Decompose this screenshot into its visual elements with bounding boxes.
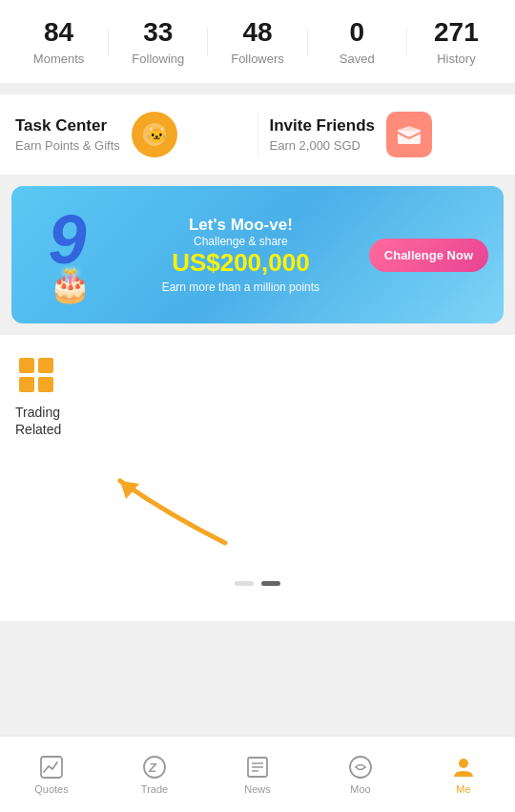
- banner-center: Let's Moo-ve! Challenge & share US$200,0…: [124, 216, 358, 294]
- svg-rect-3: [19, 358, 34, 373]
- nav-moo[interactable]: Moo: [309, 755, 412, 795]
- carousel-dots: [15, 581, 500, 586]
- stat-moments[interactable]: 84 Moments: [10, 17, 108, 66]
- nav-me[interactable]: Me: [412, 755, 515, 795]
- news-icon: [245, 755, 270, 780]
- invite-friends-icon: [386, 112, 432, 157]
- history-count: 271: [434, 17, 479, 48]
- saved-label: Saved: [340, 52, 375, 66]
- svg-rect-6: [38, 377, 53, 392]
- banner-earn-text: Earn more than a million points: [124, 281, 358, 294]
- followers-label: Followers: [231, 52, 284, 66]
- stat-followers[interactable]: 48 Followers: [208, 17, 306, 66]
- banner-left: 9 🎂: [27, 205, 113, 304]
- banner-amount: US$200,000: [124, 248, 358, 278]
- task-center-subtitle: Earn Points & Gifts: [15, 138, 120, 153]
- history-label: History: [437, 52, 475, 66]
- stat-following[interactable]: 33 Following: [109, 17, 207, 66]
- following-label: Following: [132, 52, 184, 66]
- banner-title: Let's Moo-ve!: [124, 216, 358, 235]
- task-center-title: Task Center: [15, 116, 120, 135]
- arrow-annotation: [15, 457, 500, 572]
- svg-rect-7: [41, 757, 62, 778]
- trade-label: Trade: [141, 783, 168, 795]
- saved-count: 0: [349, 17, 364, 48]
- promo-banner[interactable]: 9 🎂 Let's Moo-ve! Challenge & share US$2…: [11, 186, 504, 323]
- svg-point-14: [350, 757, 371, 778]
- bottom-navigation: Quotes Z Trade News: [0, 736, 515, 812]
- trading-label: TradingRelated: [15, 404, 61, 438]
- dot-1: [235, 581, 254, 586]
- challenge-now-button[interactable]: Challenge Now: [369, 239, 488, 272]
- me-icon: [451, 755, 476, 780]
- svg-point-15: [459, 759, 468, 768]
- invite-friends-card[interactable]: Invite Friends Earn 2,000 SGD: [270, 112, 501, 157]
- trade-icon: Z: [142, 755, 167, 780]
- nav-quotes[interactable]: Quotes: [0, 755, 103, 795]
- svg-rect-4: [38, 358, 53, 373]
- following-count: 33: [143, 17, 173, 48]
- svg-rect-5: [19, 377, 34, 392]
- followers-count: 48: [242, 17, 272, 48]
- stat-history[interactable]: 271 History: [407, 17, 505, 66]
- task-center-icon: 🐱: [132, 112, 177, 157]
- banner-challenge-text: Challenge & share: [124, 235, 358, 248]
- nav-news[interactable]: News: [206, 755, 309, 795]
- invite-friends-title: Invite Friends: [270, 116, 376, 135]
- dot-2: [261, 581, 280, 586]
- nav-trade[interactable]: Z Trade: [103, 755, 206, 795]
- svg-text:Z: Z: [148, 760, 157, 775]
- task-invite-row: Task Center Earn Points & Gifts 🐱 Invite…: [0, 94, 515, 175]
- moo-icon: [348, 755, 373, 780]
- moments-label: Moments: [33, 52, 84, 66]
- stats-bar: 84 Moments 33 Following 48 Followers 0 S…: [0, 0, 515, 83]
- card-row-divider: [258, 112, 258, 157]
- moments-count: 84: [44, 17, 73, 48]
- svg-text:🐱: 🐱: [146, 124, 168, 145]
- cake-emoji: 🎂: [49, 264, 92, 304]
- stat-saved[interactable]: 0 Saved: [308, 17, 406, 66]
- me-label: Me: [456, 783, 470, 795]
- annotation-arrow: [92, 457, 244, 562]
- trading-related-card: TradingRelated: [0, 335, 515, 621]
- news-label: News: [244, 783, 271, 795]
- moo-label: Moo: [350, 783, 370, 795]
- grid-icon: [15, 354, 57, 396]
- invite-friends-subtitle: Earn 2,000 SGD: [270, 138, 376, 153]
- quotes-icon: [39, 755, 64, 780]
- task-center-card[interactable]: Task Center Earn Points & Gifts 🐱: [15, 112, 246, 157]
- quotes-label: Quotes: [34, 783, 68, 795]
